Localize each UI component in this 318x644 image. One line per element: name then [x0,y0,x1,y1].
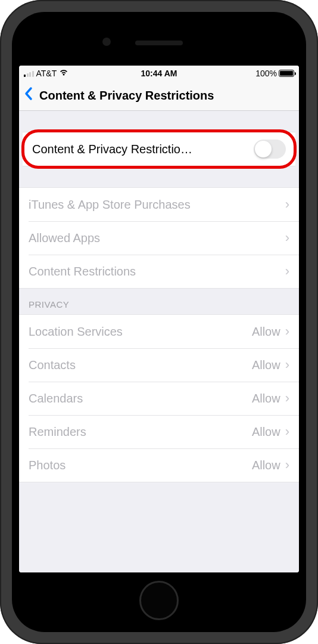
calendars-row[interactable]: Calendars Allow › [19,382,299,415]
row-value: Allow [252,358,280,372]
home-button[interactable] [139,581,179,620]
iphone-device-frame: AT&T 10:44 AM 100% Content [0,0,318,644]
chevron-right-icon: › [285,325,289,338]
status-bar: AT&T 10:44 AM 100% [19,66,299,81]
row-label: iTunes & App Store Purchases [29,198,285,212]
chevron-right-icon: › [285,459,289,472]
cellular-signal-icon [24,70,34,77]
row-value: Allow [252,459,280,472]
chevron-right-icon: › [285,392,289,405]
chevron-right-icon: › [285,358,289,371]
chevron-right-icon: › [285,265,289,278]
navigation-bar: Content & Privacy Restrictions [19,81,299,111]
reminders-row[interactable]: Reminders Allow › [19,415,299,448]
contacts-row[interactable]: Contacts Allow › [19,348,299,382]
battery-icon [279,70,294,77]
row-value: Allow [252,392,280,405]
row-label: Photos [29,459,252,472]
row-label: Calendars [29,392,252,405]
itunes-app-store-row[interactable]: iTunes & App Store Purchases › [19,188,299,221]
content-scroll-area[interactable]: Content & Privacy Restrictio… iTunes & A… [19,111,299,572]
content-privacy-restrictions-label: Content & Privacy Restrictio… [32,143,254,156]
allowed-apps-row[interactable]: Allowed Apps › [19,221,299,255]
photos-row[interactable]: Photos Allow › [19,448,299,482]
row-value: Allow [252,425,280,439]
speaker-grille [135,41,183,45]
row-value: Allow [252,325,280,339]
row-label: Reminders [29,425,252,439]
back-button[interactable] [24,86,33,106]
location-services-row[interactable]: Location Services Allow › [19,315,299,348]
chevron-right-icon: › [285,425,289,438]
screen: AT&T 10:44 AM 100% Content [19,66,299,572]
row-label: Contacts [29,358,252,372]
battery-percent: 100% [255,69,277,78]
chevron-right-icon: › [285,198,289,211]
row-label: Content Restrictions [29,265,285,278]
status-left: AT&T [24,69,68,78]
row-label: Location Services [29,325,252,339]
privacy-section-header: PRIVACY [19,289,299,314]
content-restrictions-row[interactable]: Content Restrictions › [19,255,299,288]
restrictions-section: iTunes & App Store Purchases › Allowed A… [19,187,299,289]
toggle-knob [255,141,272,157]
page-title: Content & Privacy Restrictions [39,89,214,103]
front-camera [102,38,111,46]
status-time: 10:44 AM [141,69,177,78]
wifi-icon [59,69,68,78]
status-right: 100% [255,69,294,78]
content-privacy-restrictions-toggle[interactable] [254,140,286,159]
highlighted-section: Content & Privacy Restrictio… [23,132,295,166]
chevron-right-icon: › [285,231,289,244]
content-privacy-restrictions-row[interactable]: Content & Privacy Restrictio… [23,132,295,166]
privacy-section: Location Services Allow › Contacts Allow… [19,314,299,482]
carrier-label: AT&T [36,69,57,78]
row-label: Allowed Apps [29,231,285,245]
